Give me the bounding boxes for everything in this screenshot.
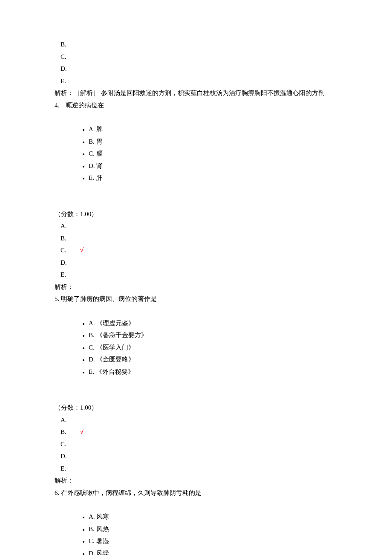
q6-options: A. 风寒 B. 风热 C. 暑湿 D. 风燥 E. 风湿: [55, 511, 337, 555]
q5-answer-B: B. √: [55, 426, 337, 438]
q5-option-B: B. 《备急千金要方》: [89, 329, 337, 341]
q3-answer-D: D.: [55, 63, 337, 75]
q4-answer-C: C. √: [55, 244, 337, 257]
option-text: B. 《备急千金要方》: [89, 332, 147, 338]
answer-letter: B.: [61, 232, 68, 245]
answer-letter: E.: [61, 462, 68, 475]
q4-answer-A: A.: [55, 220, 337, 232]
q5-score: （分数：1.00）: [55, 402, 337, 414]
q3-explanation: 解析：［解析］ 参附汤是回阳救逆的方剂，枳实薤白桂枝汤为治疗胸痹胸阳不振温通心阳…: [55, 87, 337, 99]
q6-option-D: D. 风燥: [89, 547, 337, 555]
exam-page: B. C. D. E. 解析：［解析］ 参附汤是回阳救逆的方剂，枳实薤白桂枝汤为…: [0, 0, 392, 555]
answer-letter: E.: [61, 75, 68, 87]
q6-option-B: B. 风热: [89, 523, 337, 535]
q4-answer-E: E.: [55, 269, 337, 281]
option-text: D. 《金匮要略》: [89, 356, 135, 363]
q5-option-C: C. 《医学入门》: [89, 341, 337, 354]
answer-letter: D.: [61, 63, 68, 75]
q5-option-A: A. 《理虚元鉴》: [89, 317, 337, 330]
option-text: A. 《理虚元鉴》: [89, 320, 135, 327]
spacer: [55, 196, 337, 208]
q4-text: 呃逆的病位在: [66, 102, 104, 109]
q4-answer-D: D.: [55, 257, 337, 269]
q6-number: 6.: [55, 489, 59, 496]
q6-option-A: A. 风寒: [89, 511, 337, 523]
option-text: C. 暑湿: [89, 538, 109, 544]
answer-letter: D.: [61, 450, 68, 462]
q6-stem: 6. 在外感咳嗽中，病程缠绵，久则导致肺阴亏耗的是: [55, 487, 337, 499]
option-text: C. 膈: [89, 150, 103, 157]
q4-number: 4.: [55, 102, 59, 109]
q5-number: 5.: [55, 295, 59, 302]
check-icon: √: [80, 428, 84, 435]
option-text: E. 肝: [89, 174, 102, 181]
answer-letter: A.: [61, 414, 68, 426]
q4-answer-B: B.: [55, 232, 337, 245]
answer-letter: B.: [61, 38, 68, 51]
option-text: C. 《医学入门》: [89, 344, 135, 351]
option-text: B. 胃: [89, 138, 103, 145]
option-text: A. 风寒: [89, 513, 109, 520]
answer-letter: C.: [61, 51, 68, 63]
option-text: A. 脾: [89, 126, 103, 133]
q5-answer-C: C.: [55, 438, 337, 451]
q5-options: A. 《理虚元鉴》 B. 《备急千金要方》 C. 《医学入门》 D. 《金匮要略…: [55, 317, 337, 378]
q6-option-C: C. 暑湿: [89, 535, 337, 547]
answer-letter: E.: [61, 269, 68, 281]
q4-option-C: C. 膈: [89, 147, 337, 160]
q5-answer-D: D.: [55, 450, 337, 462]
q3-answer-B: B.: [55, 38, 337, 51]
q5-option-D: D. 《金匮要略》: [89, 353, 337, 366]
q4-options: A. 脾 B. 胃 C. 膈 D. 肾 E. 肝: [55, 123, 337, 184]
q3-answer-C: C.: [55, 51, 337, 63]
q4-score: （分数：1.00）: [55, 208, 337, 220]
option-text: B. 风热: [89, 526, 109, 532]
option-text: D. 肾: [89, 162, 103, 169]
answer-letter: C.: [61, 244, 68, 257]
answer-letter: C.: [61, 438, 68, 451]
q4-option-D: D. 肾: [89, 160, 337, 172]
q4-explanation: 解析：: [55, 281, 337, 293]
q4-option-B: B. 胃: [89, 136, 337, 148]
q4-stem: 4. 呃逆的病位在: [55, 99, 337, 112]
q5-answer-E: E.: [55, 462, 337, 475]
option-text: E. 《外台秘要》: [89, 368, 134, 375]
q3-answer-E: E.: [55, 75, 337, 87]
q4-option-E: E. 肝: [89, 172, 337, 184]
q6-text: 在外感咳嗽中，病程缠绵，久则导致肺阴亏耗的是: [61, 489, 202, 496]
answer-letter: A.: [61, 220, 68, 232]
option-text: D. 风燥: [89, 550, 109, 555]
q5-explanation: 解析：: [55, 474, 337, 487]
q5-answer-A: A.: [55, 414, 337, 426]
q4-option-A: A. 脾: [89, 123, 337, 136]
check-icon: √: [80, 246, 84, 254]
q5-option-E: E. 《外台秘要》: [89, 366, 337, 378]
answer-letter: B.: [61, 426, 68, 438]
spacer: [55, 390, 337, 402]
answer-letter: D.: [61, 257, 68, 269]
q5-text: 明确了肺痨的病因、病位的著作是: [61, 295, 157, 302]
q5-stem: 5. 明确了肺痨的病因、病位的著作是: [55, 293, 337, 305]
